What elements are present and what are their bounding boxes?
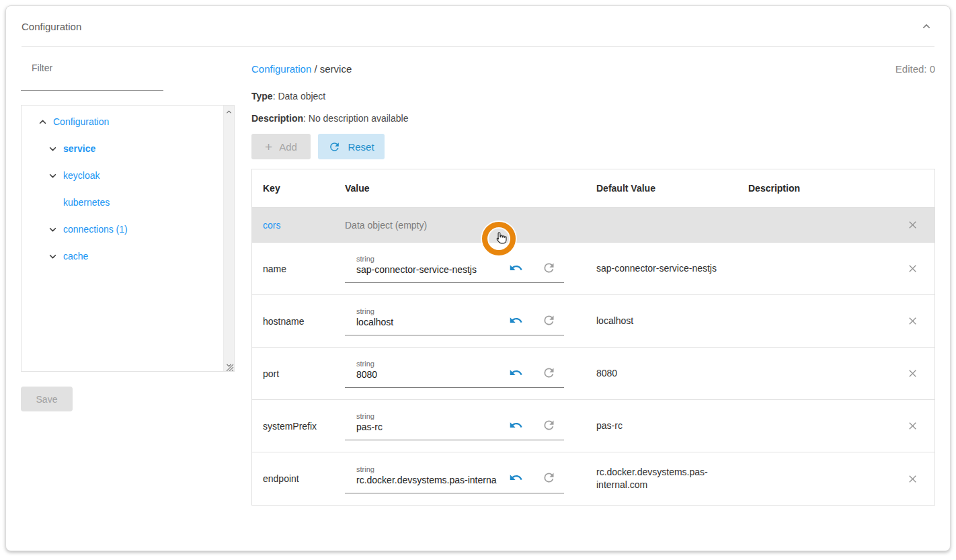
row-key: hostname bbox=[252, 295, 345, 347]
tree-item-label[interactable]: cache bbox=[63, 251, 88, 262]
tree-item-label[interactable]: Configuration bbox=[53, 116, 109, 127]
undo-icon bbox=[509, 313, 523, 327]
close-icon bbox=[906, 473, 919, 485]
refresh-icon bbox=[542, 471, 556, 485]
delete-button[interactable] bbox=[904, 313, 920, 329]
add-button[interactable]: + Add bbox=[251, 134, 311, 159]
chevron-down-icon bbox=[47, 170, 58, 182]
plus-icon: + bbox=[265, 141, 272, 153]
close-icon bbox=[906, 419, 919, 432]
cors-value: Data object (empty) bbox=[345, 208, 596, 242]
save-button[interactable]: Save bbox=[21, 387, 73, 411]
breadcrumb-separator: / bbox=[311, 63, 320, 75]
undo-button[interactable] bbox=[508, 260, 523, 275]
value-field[interactable]: string bbox=[345, 307, 564, 335]
row-key: endpoint bbox=[252, 452, 345, 505]
breadcrumb-current: service bbox=[320, 63, 352, 75]
undo-button[interactable] bbox=[508, 365, 523, 380]
tree-item-keycloak[interactable]: keycloak bbox=[22, 162, 234, 189]
row-key: port bbox=[252, 348, 345, 399]
tree-expander[interactable] bbox=[46, 169, 58, 182]
reset-value-button[interactable] bbox=[541, 471, 556, 485]
delete-button[interactable] bbox=[904, 418, 920, 434]
chevron-up-icon bbox=[37, 116, 48, 128]
collapse-panel-button[interactable] bbox=[918, 18, 934, 34]
chevron-down-icon bbox=[47, 251, 58, 262]
tree-expander[interactable] bbox=[46, 196, 58, 208]
column-header-default: Default Value bbox=[596, 169, 748, 207]
row-key: name bbox=[252, 243, 345, 294]
row-description bbox=[748, 348, 890, 399]
table-header-row: Key Value Default Value Description bbox=[252, 169, 934, 208]
delete-button[interactable] bbox=[904, 471, 920, 487]
row-description bbox=[748, 452, 890, 505]
chevron-down-icon bbox=[47, 224, 58, 235]
value-field[interactable]: string bbox=[345, 465, 564, 493]
tree-item-cache[interactable]: cache bbox=[22, 243, 234, 270]
tree-item-label[interactable]: keycloak bbox=[63, 170, 99, 181]
delete-button[interactable] bbox=[904, 217, 920, 233]
value-input[interactable] bbox=[356, 368, 503, 381]
reset-button[interactable]: Reset bbox=[318, 134, 385, 159]
value-field[interactable]: string bbox=[345, 411, 564, 440]
panel-header: Configuration bbox=[6, 6, 950, 46]
refresh-icon bbox=[542, 418, 556, 432]
row-description bbox=[748, 295, 890, 347]
reset-button-label: Reset bbox=[348, 141, 374, 153]
header-divider bbox=[22, 46, 934, 47]
tree-expander[interactable] bbox=[46, 143, 58, 155]
tree-item-label[interactable]: service bbox=[63, 143, 95, 154]
table-row-cors[interactable]: cors Data object (empty) bbox=[252, 208, 934, 243]
table-row-port: port string 8080 bbox=[252, 348, 934, 400]
resize-handle-icon[interactable] bbox=[225, 362, 234, 372]
reset-value-button[interactable] bbox=[541, 417, 556, 432]
undo-button[interactable] bbox=[508, 471, 523, 485]
value-input[interactable] bbox=[356, 474, 503, 487]
tree-item-label[interactable]: connections (1) bbox=[63, 224, 128, 235]
cors-link[interactable]: cors bbox=[263, 220, 280, 231]
undo-icon bbox=[509, 418, 523, 432]
row-description bbox=[748, 400, 890, 452]
tree-item-label[interactable]: kubernetes bbox=[63, 197, 110, 208]
undo-button[interactable] bbox=[508, 313, 523, 327]
configuration-panel: Configuration Filter Configurationservic… bbox=[5, 5, 951, 551]
column-header-key: Key bbox=[252, 169, 345, 207]
table-row-hostname: hostname string localhost bbox=[252, 295, 934, 348]
tree-expander[interactable] bbox=[46, 250, 58, 262]
chevron-down-icon bbox=[47, 143, 58, 155]
filter-input[interactable] bbox=[21, 73, 163, 91]
tree-item-configuration[interactable]: Configuration bbox=[22, 108, 234, 135]
row-default-value: sap-connector-service-nestjs bbox=[596, 243, 748, 294]
value-field[interactable]: string bbox=[345, 254, 564, 283]
panel-title: Configuration bbox=[22, 21, 81, 32]
row-default-value: rc.docker.devsystems.pas-internal.com bbox=[596, 452, 748, 505]
filter-label: Filter bbox=[21, 63, 235, 73]
undo-icon bbox=[509, 471, 523, 485]
breadcrumb: Configuration / service bbox=[251, 63, 352, 75]
close-icon bbox=[906, 367, 919, 380]
undo-button[interactable] bbox=[508, 417, 523, 432]
reset-value-button[interactable] bbox=[541, 260, 556, 275]
delete-button[interactable] bbox=[904, 261, 920, 277]
sidebar: Filter Configurationservicekeycloakkuber… bbox=[21, 46, 235, 519]
reset-value-button[interactable] bbox=[541, 365, 556, 380]
reset-value-button[interactable] bbox=[541, 313, 556, 327]
value-field[interactable]: string bbox=[345, 359, 564, 388]
tree-item-service[interactable]: service bbox=[22, 135, 234, 162]
tree-expander[interactable] bbox=[46, 223, 58, 235]
tree-item-kubernetes[interactable]: kubernetes bbox=[22, 189, 234, 216]
value-input[interactable] bbox=[356, 264, 503, 276]
column-header-description: Description bbox=[748, 169, 890, 207]
tree-expander[interactable] bbox=[36, 116, 48, 128]
row-default-value: localhost bbox=[596, 295, 748, 347]
value-input[interactable] bbox=[356, 316, 503, 329]
breadcrumb-parent-link[interactable]: Configuration bbox=[251, 63, 311, 75]
undo-icon bbox=[509, 261, 523, 275]
tree-item-connections-1-[interactable]: connections (1) bbox=[22, 216, 234, 243]
value-input[interactable] bbox=[356, 421, 503, 434]
edited-counter: Edited: 0 bbox=[895, 63, 935, 75]
scroll-up-icon[interactable] bbox=[225, 108, 233, 116]
tree-scrollbar[interactable] bbox=[223, 106, 234, 371]
delete-button[interactable] bbox=[904, 366, 920, 382]
table-row-systemPrefix: systemPrefix string pas-rc bbox=[252, 400, 934, 452]
